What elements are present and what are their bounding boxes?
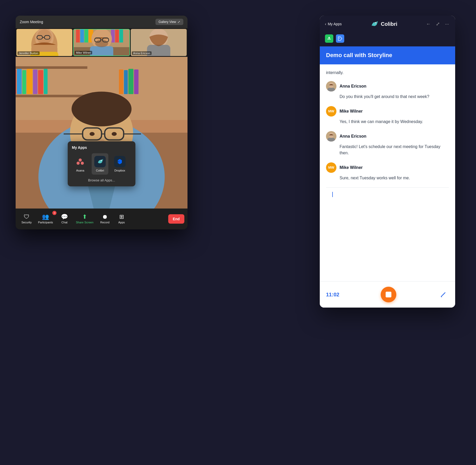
back-nav-icon[interactable]: ← [425, 20, 432, 28]
timer-display: 11:02 [326, 292, 339, 298]
svg-point-55 [112, 132, 117, 136]
browse-apps-link[interactable]: Browse all Apps... [72, 178, 131, 182]
apps-grid: Asana Colibri [72, 153, 131, 175]
svg-rect-18 [119, 29, 123, 42]
mw-initials-1: MW [328, 109, 334, 113]
chat-message-1: MW Mike Wilner Yes, I think we can manag… [326, 106, 449, 125]
share-screen-label: Share Screen [76, 221, 93, 224]
record-icon: ⏺ [102, 214, 108, 220]
msg-header-0: Anna Ericson [326, 81, 449, 91]
main-video: My Apps Asana [16, 57, 187, 209]
svg-point-72 [339, 38, 340, 39]
app-item-asana[interactable]: Asana [72, 153, 89, 175]
msg-body-0: Do you think you'll get around to that n… [326, 94, 449, 100]
svg-point-60 [79, 158, 82, 162]
chat-partial-text: internally. [326, 70, 449, 76]
pencil-icon [440, 291, 447, 298]
mw-initials-3: MW [328, 166, 334, 169]
header-actions: ← ⤢ ··· [425, 20, 450, 28]
zoom-title: Zoom Meeting [20, 20, 43, 24]
gallery-view-button[interactable]: Gallery View ⤢ [155, 19, 183, 25]
colibri-logo-text: Colibri [381, 21, 397, 27]
svg-point-21 [95, 40, 108, 47]
msg-body-2: Fantastic! Let's schedule our next meeti… [326, 144, 449, 156]
svg-rect-33 [16, 70, 16, 94]
chat-button[interactable]: 💬 Chat [57, 212, 72, 226]
security-button[interactable]: 🛡 Security [19, 212, 34, 226]
shield-icon: 🛡 [24, 214, 29, 220]
colibri-panel: ‹ My Apps Colibri ← ⤢ ··· [320, 16, 455, 308]
expand-icon: ⤢ [178, 20, 180, 24]
record-button[interactable]: ⏺ Record [97, 212, 113, 226]
svg-rect-12 [76, 29, 80, 42]
svg-rect-13 [80, 29, 84, 42]
colibri-bird-icon [369, 19, 379, 29]
colibri-topbar: ‹ My Apps Colibri ← ⤢ ··· [320, 16, 455, 32]
apps-label: Apps [118, 221, 125, 224]
svg-rect-42 [128, 69, 133, 94]
tag-icon-btn[interactable] [336, 34, 344, 43]
thumb-label-jennifer: Jennifer Burton [17, 51, 40, 55]
participants-count: 3 [52, 211, 57, 215]
chat-message-0: Anna Ericson Do you think you'll get aro… [326, 81, 449, 100]
anna-avatar-0 [326, 81, 336, 91]
svg-rect-17 [115, 29, 119, 42]
msg-sender-0: Anna Ericson [340, 84, 366, 89]
my-apps-label: My Apps [328, 22, 342, 26]
end-button[interactable]: End [168, 214, 184, 224]
colibri-label: Colibri [96, 169, 104, 172]
svg-rect-34 [17, 69, 22, 94]
edit-button[interactable] [437, 289, 449, 300]
stop-icon [386, 292, 391, 297]
svg-rect-38 [38, 70, 43, 94]
anna-avatar-2 [326, 131, 336, 142]
thumbnail-anna[interactable]: Anna Ericson [131, 29, 187, 56]
dropbox-icon [114, 156, 126, 167]
asana-label: Asana [76, 169, 84, 172]
chat-message-2: Anna Ericson Fantastic! Let's schedule o… [326, 131, 449, 156]
apps-button[interactable]: ⊞ Apps [114, 212, 129, 226]
svg-rect-14 [84, 29, 88, 42]
apps-icon: ⊞ [119, 214, 124, 220]
thumbnail-jennifer[interactable]: Jennifer Burton [16, 29, 72, 56]
typing-area[interactable] [326, 187, 449, 203]
app-item-dropbox[interactable]: Dropbox [111, 153, 128, 175]
apps-popup: My Apps Asana [68, 141, 135, 186]
participants-button[interactable]: 👥 3 Participants [35, 212, 55, 226]
upload-icon-btn[interactable] [325, 34, 333, 43]
msg-sender-3: Mike Wilner [340, 165, 363, 170]
svg-rect-40 [119, 70, 123, 94]
thumb-label-mike: Mike Wilner [75, 51, 92, 54]
svg-rect-78 [328, 138, 335, 142]
colibri-logo: Colibri [369, 19, 397, 29]
app-item-colibri[interactable]: Colibri [92, 153, 108, 175]
participants-label: Participants [38, 221, 53, 224]
thumbnail-mike[interactable]: Mike Wilner [73, 29, 130, 56]
zoom-titlebar: Zoom Meeting Gallery View ⤢ [16, 16, 187, 28]
chat-label: Chat [61, 221, 67, 224]
external-link-icon[interactable]: ⤢ [435, 20, 441, 28]
chat-message-3: MW Mike Wilner Sure, next Tuesday works … [326, 162, 449, 181]
svg-rect-32 [16, 95, 87, 97]
gallery-view-label: Gallery View [159, 20, 176, 24]
colibri-title-bar: Demo call with Storyline [320, 46, 455, 64]
svg-rect-43 [134, 70, 139, 94]
more-options-icon[interactable]: ··· [444, 20, 450, 28]
thumbnails-row: Jennifer Burton [16, 28, 187, 57]
svg-point-48 [72, 91, 131, 126]
svg-point-62 [81, 162, 84, 165]
svg-point-68 [375, 23, 376, 23]
colibri-chat[interactable]: internally. Anna Ericson Do you think yo… [320, 64, 455, 281]
security-label: Security [21, 221, 32, 224]
svg-rect-31 [16, 66, 87, 69]
zoom-window: Zoom Meeting Gallery View ⤢ Jennife [16, 16, 187, 229]
mw-avatar-3: MW [326, 162, 336, 173]
svg-marker-71 [338, 37, 342, 40]
back-to-my-apps[interactable]: ‹ My Apps [325, 22, 342, 26]
msg-body-1: Yes, I think we can manage it by Wednesd… [326, 119, 449, 125]
stop-recording-button[interactable] [381, 287, 396, 302]
participants-icon: 👥 [42, 214, 49, 220]
msg-header-1: MW Mike Wilner [326, 106, 449, 117]
msg-sender-2: Anna Ericson [340, 134, 366, 139]
share-screen-button[interactable]: ⬆ Share Screen [73, 212, 96, 226]
